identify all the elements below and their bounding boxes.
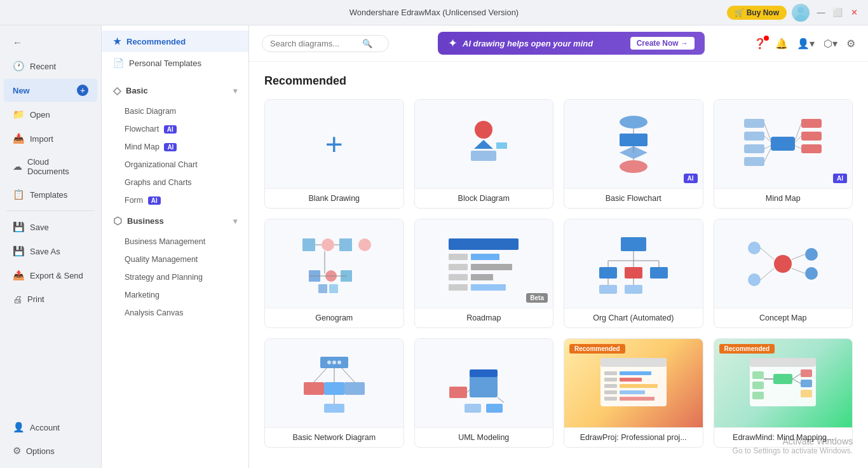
ai-banner[interactable]: ✦ AI drawing helps open your mind Create… [438,32,705,55]
cloud-icon: ☁ [13,161,22,172]
export-icon: 📤 [13,270,25,281]
ai-create-now-button[interactable]: Create Now → [630,37,695,50]
card-title-edrawproj: EdrawProj: Professional proj... [564,428,703,447]
sidebar-mid: ★ Recommended 📄 Personal Templates ◇ Bas… [102,25,249,468]
template-card-block[interactable]: Block Diagram [414,99,554,209]
template-card-blank[interactable]: + Blank Drawing [264,99,404,209]
template-card-uml[interactable]: UML Modeling [414,338,554,448]
window-controls: — ⬜ ✕ [815,6,860,19]
svg-line-27 [795,146,801,149]
search-box[interactable]: 🔍 [262,35,389,52]
svg-line-71 [792,254,805,259]
buy-now-button[interactable]: 🛒 Buy Now [727,6,787,20]
sidebar-item-cloud[interactable]: ☁ Cloud Documents [4,151,97,182]
template-card-edrawproj[interactable]: Recommended EdrawProj: Professional proj… [564,338,703,448]
print-icon: 🖨 [13,294,22,305]
card-preview-conceptmap [714,219,853,308]
svg-rect-106 [773,374,792,384]
template-card-mindmap[interactable]: AI AI Mind Map [714,99,853,209]
svg-rect-61 [599,285,617,294]
svg-line-77 [314,368,327,382]
blank-plus-icon: + [325,129,343,160]
svg-point-67 [805,248,818,261]
back-icon: ← [13,37,22,48]
minimize-button[interactable]: — [815,6,827,19]
mid-section-basic[interactable]: ◇ Basic ▾ [102,79,248,102]
sidebar-item-account[interactable]: 👤 Account [4,416,97,439]
plus-icon: + [77,85,88,96]
svg-rect-100 [604,390,617,394]
mid-item-personal[interactable]: 📄 Personal Templates [102,52,248,74]
svg-point-6 [620,116,648,128]
template-card-conceptmap[interactable]: Concept Map [714,219,853,328]
card-preview-blank: + [265,100,403,189]
template-card-flowchart[interactable]: AI Basic Flowchart [564,99,703,209]
mid-sub-flowchart[interactable]: Flowchart AI [102,120,248,138]
svg-rect-14 [744,119,764,128]
svg-rect-93 [600,358,667,367]
svg-point-31 [358,238,371,251]
svg-rect-84 [324,404,344,413]
sidebar-item-export[interactable]: 📤 Export & Send [4,264,97,287]
restore-button[interactable]: ⬜ [831,6,844,19]
basic-section-icon: ◇ [113,85,121,97]
sidebar-item-open[interactable]: 📁 Open [4,103,97,126]
edrawmind-recommended-badge: Recommended [719,344,775,354]
user-menu-icon[interactable]: 👤▾ [797,38,815,50]
mid-sub-orgchart[interactable]: Organizational Chart [102,156,248,174]
mid-sub-form[interactable]: Form AI [102,191,248,209]
svg-rect-98 [604,384,617,388]
mid-sub-marketing[interactable]: Marketing [102,286,248,304]
mid-sub-analysis[interactable]: Analysis Canvas [102,304,248,322]
template-card-network[interactable]: Basic Network Diagram [264,338,404,448]
mid-sub-strategy[interactable]: Strategy and Planning [102,268,248,286]
svg-rect-47 [449,274,468,280]
svg-line-88 [467,390,470,392]
mid-sub-basic-diagram[interactable]: Basic Diagram [102,102,248,120]
sidebar-item-new[interactable]: New + [4,79,97,102]
svg-point-65 [748,242,761,254]
sidebar-item-save[interactable]: 💾 Save [4,216,97,238]
svg-line-23 [764,146,771,149]
sidebar-item-options[interactable]: ⚙ Options [4,439,97,462]
sidebar-label-account: Account [30,423,60,432]
card-preview-block [415,100,553,189]
svg-rect-81 [324,382,344,395]
svg-rect-45 [449,264,468,270]
sidebar-item-saveas[interactable]: 💾 Save As [4,240,97,263]
activate-subtitle: Go to Settings to activate Windows. [733,446,853,455]
search-input[interactable] [270,39,362,48]
sidebar-back-button[interactable]: ← [4,31,97,53]
settings-icon[interactable]: ⚙ [846,38,855,50]
svg-rect-48 [471,274,493,280]
svg-rect-91 [486,404,503,413]
mid-item-recommended[interactable]: ★ Recommended [102,31,248,52]
mid-section-business[interactable]: ⬡ Business ▾ [102,209,248,233]
help-icon[interactable]: ❓ [754,38,766,50]
mid-sub-quality[interactable]: Quality Management [102,251,248,268]
apps-icon[interactable]: ⬡▾ [824,38,837,50]
svg-rect-114 [801,369,812,377]
main-content: 🔍 ✦ AI drawing helps open your mind Crea… [249,25,868,468]
section-title: Recommended [264,74,853,88]
card-title-blank: Blank Drawing [265,189,403,208]
avatar[interactable] [792,4,810,22]
sidebar-item-recent[interactable]: 🕐 Recent [4,55,97,78]
sidebar-item-print[interactable]: 🖨 Print [4,288,97,310]
top-right-icons: ❓ 🔔 👤▾ ⬡▾ ⚙ [754,38,855,50]
close-button[interactable]: ✕ [848,6,860,19]
open-icon: 📁 [13,109,25,120]
sidebar-item-import[interactable]: 📥 Import [4,127,97,150]
template-card-orgchart[interactable]: Org Chart (Automated) [564,219,703,328]
mid-sub-biz-mgmt[interactable]: Business Management [102,233,248,251]
svg-rect-110 [752,392,764,399]
svg-rect-46 [471,264,512,270]
sidebar-item-templates[interactable]: 📋 Templates [4,183,97,206]
svg-rect-87 [449,387,467,398]
mid-sub-graphs[interactable]: Graphs and Charts [102,174,248,191]
notification-icon[interactable]: 🔔 [775,38,788,50]
mid-sub-mindmap[interactable]: Mind Map AI [102,138,248,156]
svg-line-89 [498,397,504,403]
template-card-genogram[interactable]: Genogram [264,219,404,328]
template-card-roadmap[interactable]: Beta Roadmap [414,219,554,328]
